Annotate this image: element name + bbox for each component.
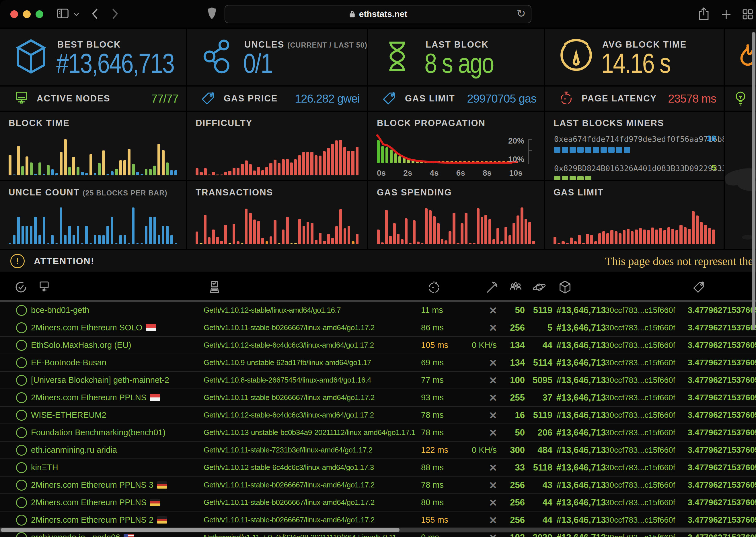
sidebar-toggle-icon[interactable] — [56, 8, 69, 20]
chart-bar — [303, 226, 305, 244]
node-total-difficulty: 3.477962715376051e+2 — [680, 306, 756, 315]
chart-bar — [290, 243, 293, 244]
chart-bar — [413, 220, 416, 244]
chart-bar — [237, 168, 240, 175]
back-button-icon[interactable] — [91, 8, 99, 20]
chart-bar — [327, 148, 330, 175]
node-block-hash: 30ccf783...c15f660f — [605, 446, 680, 455]
chart-bar — [631, 231, 634, 244]
chart-bar — [651, 227, 654, 244]
chart-bar — [166, 226, 169, 244]
attention-icon: ! — [10, 254, 25, 268]
privacy-shield-icon[interactable] — [207, 6, 217, 20]
chart-bar — [639, 228, 642, 244]
chart-bar — [417, 242, 420, 244]
node-pending: 5095 — [533, 375, 556, 386]
propagation-x-axis: 0s 2s 4s 6s 8s 10s — [377, 169, 522, 178]
share-icon[interactable] — [697, 6, 710, 21]
hourglass-icon — [381, 38, 413, 76]
node-peers: 33 — [515, 463, 529, 473]
avg-block-time-value: 14.16 s — [601, 48, 670, 79]
chart-bar — [528, 222, 531, 244]
limit-tag-icon — [382, 90, 397, 107]
node-status-ring — [16, 445, 27, 456]
gas-spending-chart-title: GAS SPENDING — [377, 187, 452, 198]
address-bar[interactable]: ethstats.net ↻ — [225, 5, 531, 23]
table-row[interactable]: [Universa Blockchain] geth-mainnet-2 Get… — [0, 372, 756, 389]
forward-button-icon[interactable] — [111, 8, 119, 20]
table-row[interactable]: 2Miners.com Ethereum PPLNS Geth/v1.10.11… — [0, 389, 756, 407]
gas-spending-bars — [377, 207, 535, 244]
chart-bar — [72, 235, 75, 244]
reload-icon[interactable]: ↻ — [516, 7, 526, 20]
chart-bar — [421, 243, 423, 244]
chart-bar — [590, 235, 593, 244]
table-row[interactable]: bce-bnd01-geth Geth/v1.10.12-stable/linu… — [0, 302, 756, 319]
chart-bar — [286, 159, 289, 175]
node-peers: 256 — [510, 480, 529, 490]
node-latency: 93 ms — [421, 393, 465, 402]
node-pending: 5118 — [533, 463, 556, 473]
chart-bar — [481, 217, 483, 244]
chart-bar — [663, 230, 666, 244]
chart-bar — [381, 242, 384, 244]
chart-bar — [38, 162, 41, 176]
chart-bar — [692, 211, 694, 244]
table-row[interactable]: EthSolo.MaxHash.org (EU) Geth/v1.10.12-s… — [0, 337, 756, 354]
node-total-difficulty: 3.477962715376051e+2 — [680, 341, 756, 350]
country-flag-icon — [150, 394, 160, 401]
node-block-hash: 30ccf783...c15f660f — [605, 516, 680, 525]
table-row[interactable]: WISE-ETHEREUM2 Geth/v1.10.12-stable-6c4d… — [0, 407, 756, 424]
chart-bar — [306, 152, 309, 175]
transactions-chart-title: TRANSACTIONS — [196, 187, 273, 198]
difficulty-chart-title: DIFFICULTY — [196, 118, 253, 128]
chart-bar — [72, 157, 75, 175]
table-row[interactable]: 2Miners.com Ethereum PPLNS 3 Geth/v1.10.… — [0, 476, 756, 494]
chart-bar — [461, 223, 464, 244]
window-close-button[interactable] — [10, 10, 18, 18]
table-row[interactable]: EF-Bootnode-Busan Geth/v1.10.9-unstable-… — [0, 354, 756, 372]
x-tick: 2s — [403, 169, 412, 178]
table-row[interactable]: 2Miners.com Ethereum PPLNS 2 Geth/v1.10.… — [0, 512, 756, 529]
gas-limit-stat-value: 29970705 gas — [467, 92, 536, 105]
window-zoom-button[interactable] — [35, 10, 43, 18]
tab-overview-icon[interactable] — [742, 9, 754, 20]
chart-bar — [22, 226, 24, 244]
propagation-curve — [377, 135, 518, 163]
node-latency: 80 ms — [421, 498, 465, 507]
horizontal-scrollbar[interactable] — [1, 528, 400, 532]
pending-saturn-icon — [532, 279, 547, 296]
node-block-hash: 30ccf783...c15f660f — [605, 341, 680, 350]
node-type: Geth/v1.10.12-stable-6c4dc6c3/linux-amd6… — [203, 463, 421, 472]
table-row[interactable]: kinΞTH Geth/v1.10.12-stable-6c4dc6c3/lin… — [0, 459, 756, 476]
chart-bar — [570, 237, 573, 244]
table-row[interactable]: eth.icanmining.ru aridia Geth/v1.10.11-s… — [0, 441, 756, 459]
chart-bar — [60, 207, 62, 244]
chart-bar — [196, 168, 199, 175]
node-status-ring — [16, 357, 27, 368]
chart-bar — [319, 156, 322, 175]
chart-bar — [208, 237, 210, 244]
last-blocks-miners-title: LAST BLOCKS MINERS — [554, 118, 664, 128]
chart-bar — [153, 166, 156, 175]
new-tab-icon[interactable] — [721, 9, 732, 20]
table-row[interactable]: Foundation Benchmarking(bench01) Geth/v1… — [0, 424, 756, 441]
chart-bar — [51, 235, 54, 244]
chart-bar — [347, 151, 350, 175]
chart-bar — [98, 235, 101, 244]
node-block: #13,646,713 — [556, 515, 605, 525]
chart-bar — [253, 171, 256, 175]
table-row[interactable]: 2Miners.com Ethereum SOLO Geth/v1.10.11-… — [0, 319, 756, 337]
table-row[interactable]: 2Miners.com Ethereum PPLNS Geth/v1.10.11… — [0, 494, 756, 512]
window-minimize-button[interactable] — [23, 10, 31, 18]
node-type: Geth/v1.10.12-stable/linux-amd64/go1.16.… — [203, 306, 421, 315]
node-mining: × — [489, 306, 501, 315]
node-peers: 256 — [510, 323, 529, 333]
node-name: EF-Bootnode-Busan — [31, 358, 203, 367]
chart-bar — [43, 174, 46, 176]
chart-bar — [30, 162, 33, 176]
node-peers: 255 — [510, 392, 529, 403]
uncles-value: 0/1 — [243, 48, 273, 79]
chevron-down-icon[interactable] — [73, 12, 80, 17]
vertical-scrollbar[interactable] — [752, 32, 755, 330]
